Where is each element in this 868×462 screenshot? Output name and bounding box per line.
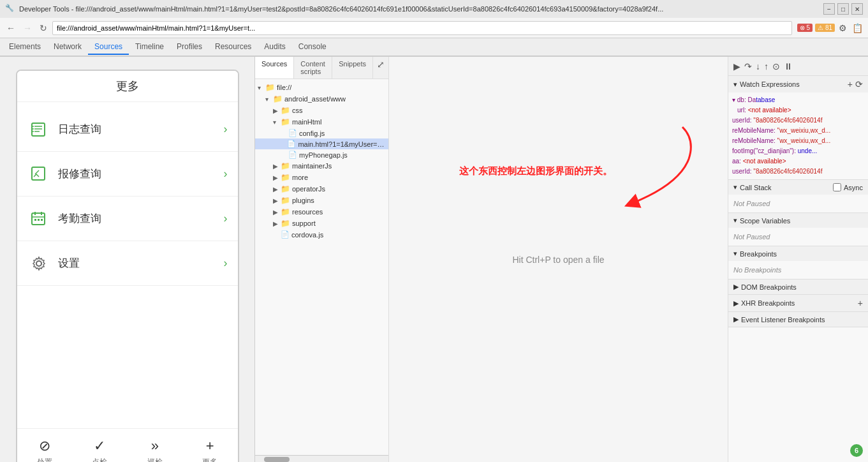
tree-maintainerjs[interactable]: ▶ 📁 maintainerJs	[255, 160, 388, 172]
tree-more[interactable]: ▶ 📁 more	[255, 172, 388, 183]
tree-css[interactable]: ▶ 📁 css	[255, 105, 388, 116]
tree-myphonegap-label: myPhonegap.js	[299, 151, 348, 159]
xhr-breakpoints-arrow: ▶	[733, 299, 739, 308]
forward-button[interactable]: →	[20, 22, 34, 34]
breakpoints-status: No Breakpoints	[733, 264, 863, 276]
tree-mainhtml-label: mainHtml	[292, 118, 321, 126]
devtools-toggle-icon[interactable]: ⚙	[837, 22, 848, 34]
scrollbar-thumb[interactable]	[264, 457, 290, 462]
menu-item-attendance[interactable]: 考勤查询 ›	[17, 197, 238, 241]
xunjian-icon: »	[151, 438, 159, 454]
call-stack-arrow: ▾	[733, 183, 737, 191]
sources-tab-sources[interactable]: Sources	[255, 57, 294, 78]
menu-item-attendance-label: 考勤查询	[58, 211, 224, 226]
watch-expressions-label: Watch Expressions	[740, 80, 848, 88]
svg-line-8	[35, 170, 39, 174]
tab-audits[interactable]: Audits	[258, 40, 291, 55]
deactivate-breakpoints-icon[interactable]: ⊙	[772, 61, 780, 71]
dom-breakpoints-header[interactable]: ▶ DOM Breakpoints	[728, 279, 868, 294]
step-over-icon[interactable]: ↷	[744, 61, 752, 71]
tree-config-js[interactable]: ▶ 📄 config.js	[255, 128, 388, 138]
close-button[interactable]: ✕	[851, 3, 863, 15]
tree-css-label: css	[292, 107, 303, 114]
footer-label-dianjian: 点检	[92, 457, 107, 462]
watch-refresh-button[interactable]: ⟳	[855, 79, 863, 89]
watch-expr-aa: aa: <not available>	[732, 156, 864, 167]
device-menu: 日志查询 › 报修查询 ›	[17, 102, 238, 291]
svg-rect-7	[32, 167, 45, 180]
menu-arrow-repair: ›	[224, 167, 228, 181]
title-bar: 🔧 Developer Tools - file:///android_asse…	[0, 0, 868, 18]
tab-console[interactable]: Console	[292, 40, 333, 55]
tree-root[interactable]: ▾ 📁 file://	[255, 82, 388, 93]
watch-expr-remotename1: reMobileName: "wx_weixiu,wx_d...	[732, 126, 864, 136]
tab-resources[interactable]: Resources	[209, 40, 258, 55]
back-button[interactable]: ←	[4, 22, 18, 34]
call-stack-header[interactable]: ▾ Call Stack Async	[728, 180, 868, 195]
watch-add-button[interactable]: +	[848, 79, 853, 89]
event-listener-label: Event Listener Breakpoints	[741, 316, 863, 324]
tree-operatorjs[interactable]: ▶ 📁 operatorJs	[255, 183, 388, 195]
menu-item-log[interactable]: 日志查询 ›	[17, 107, 238, 152]
xhr-breakpoints-header[interactable]: ▶ XHR Breakpoints +	[728, 295, 868, 311]
step-out-icon[interactable]: ↑	[764, 61, 769, 71]
watch-expressions-header[interactable]: ▾ Watch Expressions + ⟳	[728, 76, 868, 93]
tree-android-asset[interactable]: ▾ 📁 android_asset/www	[255, 93, 388, 105]
sources-panel: Sources Content scripts Snippets ⤢ ▾ 📁 f…	[255, 57, 389, 462]
async-checkbox[interactable]	[833, 183, 841, 191]
devtools-tab-bar: Elements Network Sources Timeline Profil…	[0, 38, 868, 56]
address-input[interactable]	[52, 21, 792, 35]
svg-point-16	[36, 261, 41, 266]
tree-android-asset-label: android_asset/www	[284, 95, 346, 103]
tab-elements[interactable]: Elements	[3, 40, 47, 55]
tree-maintainerjs-label: maintainerJs	[292, 162, 332, 170]
tree-main-html-label: main.html?1=1&myUser=te...	[298, 140, 386, 148]
right-panel: ▶ ↷ ↓ ↑ ⊙ ⏸ ▾ Watch Expressions + ⟳ ▾ db…	[728, 57, 868, 462]
call-stack-content: Not Paused	[728, 195, 868, 212]
tab-network[interactable]: Network	[47, 40, 88, 55]
tree-config-js-label: config.js	[299, 130, 325, 137]
svg-rect-14	[38, 219, 40, 221]
maximize-button[interactable]: □	[837, 3, 849, 15]
tree-plugins[interactable]: ▶ 📁 plugins	[255, 195, 388, 206]
watch-expressions-content: ▾ db: Database url: <not available> user…	[728, 93, 868, 179]
tree-main-html[interactable]: ▶ 📄 main.html?1=1&myUser=te...	[255, 138, 388, 149]
event-listener-header[interactable]: ▶ Event Listener Breakpoints	[728, 312, 868, 327]
footer-label-xunjian: 巡检	[147, 457, 163, 462]
tree-support[interactable]: ▶ 📁 support	[255, 218, 388, 229]
tree-cordova[interactable]: ▶ 📄 cordova.js	[255, 229, 388, 240]
xhr-add-button[interactable]: +	[858, 298, 863, 308]
annotation-arrow	[580, 121, 708, 218]
resume-icon[interactable]: ▶	[733, 61, 740, 71]
tab-profiles[interactable]: Profiles	[170, 40, 209, 55]
footer-item-dianjian[interactable]: ✓ 点检	[72, 434, 128, 462]
tree-resources[interactable]: ▶ 📁 resources	[255, 206, 388, 218]
menu-item-settings-label: 设置	[58, 256, 224, 271]
footer-item-chuzhi[interactable]: ⊘ 处置	[17, 434, 73, 462]
call-stack-label: Call Stack	[740, 184, 833, 191]
minimize-button[interactable]: −	[823, 3, 835, 15]
sources-tab-snippets[interactable]: Snippets	[332, 57, 373, 78]
green-indicator: 6	[850, 444, 863, 457]
breakpoints-header[interactable]: ▾ Breakpoints	[728, 246, 868, 261]
footer-item-more[interactable]: + 更多	[182, 434, 238, 462]
tab-sources[interactable]: Sources	[88, 40, 129, 55]
log-icon	[27, 118, 50, 141]
svg-point-4	[33, 126, 34, 127]
menu-item-settings[interactable]: 设置 ›	[17, 241, 238, 286]
footer-item-xunjian[interactable]: » 巡检	[128, 434, 183, 462]
tab-timeline[interactable]: Timeline	[129, 40, 170, 55]
pause-on-exception-icon[interactable]: ⏸	[784, 61, 793, 71]
inspect-icon[interactable]: 📋	[851, 22, 864, 34]
sources-tab-bar: Sources Content scripts Snippets ⤢	[255, 57, 388, 79]
expand-icon[interactable]: ⤢	[373, 57, 388, 78]
tree-myphonegap[interactable]: ▶ 📄 myPhonegap.js	[255, 149, 388, 160]
sources-tab-content-scripts[interactable]: Content scripts	[294, 57, 332, 78]
scope-variables-header[interactable]: ▾ Scope Variables	[728, 213, 868, 228]
step-into-icon[interactable]: ↓	[756, 61, 760, 71]
menu-item-repair[interactable]: 报修查询 ›	[17, 152, 238, 197]
tree-more-label: more	[292, 174, 308, 181]
reload-button[interactable]: ↻	[37, 22, 50, 34]
tree-mainhtml[interactable]: ▾ 📁 mainHtml	[255, 116, 388, 128]
async-checkbox-label[interactable]: Async	[833, 183, 863, 191]
